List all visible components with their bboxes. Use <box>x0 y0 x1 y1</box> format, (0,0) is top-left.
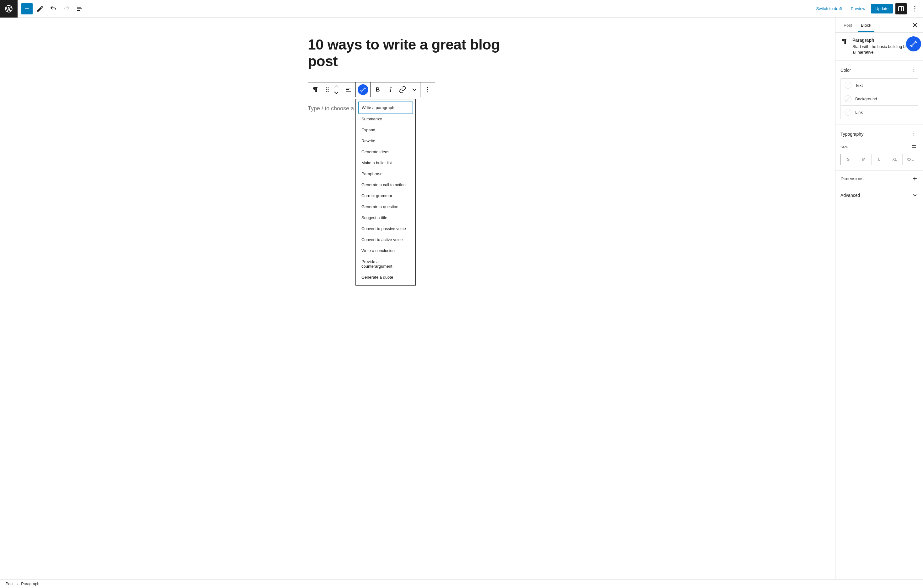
move-up-button[interactable] <box>333 84 340 90</box>
ai-menu-item[interactable]: Generate a quote <box>358 272 413 283</box>
color-swatch-empty <box>844 82 851 89</box>
ai-menu-item[interactable]: Make a bullet list <box>358 157 413 168</box>
bold-icon: B <box>376 87 380 93</box>
typography-section-title: Typography <box>841 132 863 137</box>
link-button[interactable] <box>396 82 409 97</box>
settings-sidebar: Post Block Paragraph Start with the basi… <box>835 18 923 579</box>
svg-point-31 <box>913 132 914 132</box>
svg-point-14 <box>326 91 327 92</box>
italic-icon: I <box>390 86 392 93</box>
svg-point-13 <box>328 89 329 90</box>
tab-block[interactable]: Block <box>858 18 874 31</box>
preview-button[interactable]: Preview <box>848 4 869 13</box>
ai-menu-item[interactable]: Convert to active voice <box>358 234 413 245</box>
drag-icon <box>324 86 331 93</box>
chevron-down-icon <box>334 91 339 94</box>
chevron-down-icon <box>411 86 418 93</box>
color-options-button[interactable] <box>910 66 918 75</box>
dimensions-title: Dimensions <box>841 176 863 181</box>
undo-button[interactable] <box>48 3 59 15</box>
tab-post[interactable]: Post <box>841 18 855 31</box>
color-row[interactable]: Link <box>841 106 918 119</box>
size-button[interactable]: M <box>856 154 872 165</box>
color-row[interactable]: Text <box>841 79 918 92</box>
close-sidebar-button[interactable] <box>909 20 920 31</box>
size-button[interactable]: L <box>872 154 887 165</box>
document-overview-button[interactable] <box>74 3 85 15</box>
size-button[interactable]: S <box>841 154 856 165</box>
advanced-panel[interactable]: Advanced <box>836 187 923 203</box>
settings-sidebar-toggle[interactable] <box>895 3 907 15</box>
breadcrumb-post[interactable]: Post <box>6 582 13 586</box>
wordpress-logo[interactable] <box>0 0 18 18</box>
ai-menu-item[interactable]: Expand <box>358 124 413 135</box>
ai-menu-item[interactable]: Generate ideas <box>358 146 413 157</box>
ai-menu-item[interactable]: Paraphrase <box>358 168 413 179</box>
block-toolbar: B I <box>308 82 435 97</box>
color-row-label: Text <box>855 83 863 88</box>
ai-menu-item[interactable]: Convert to passive voice <box>358 223 413 234</box>
move-down-button[interactable] <box>333 90 340 96</box>
sidebar-tabs: Post Block <box>836 18 923 33</box>
svg-point-20 <box>427 89 428 90</box>
typography-options-button[interactable] <box>910 129 918 139</box>
breadcrumb-paragraph[interactable]: Paragraph <box>21 582 39 586</box>
options-menu-button[interactable] <box>909 3 920 15</box>
ai-menu-item[interactable]: Write a paragraph <box>358 102 413 113</box>
ai-menu-item[interactable]: Summarize <box>358 113 413 124</box>
breadcrumb-footer: Post › Paragraph <box>0 579 923 588</box>
ai-menu-item[interactable]: Write a conclusion <box>358 245 413 256</box>
align-left-icon <box>345 86 352 93</box>
wordpress-icon <box>4 4 13 13</box>
svg-point-32 <box>913 133 914 134</box>
svg-point-24 <box>910 46 911 46</box>
add-block-button[interactable] <box>21 3 33 15</box>
more-rich-text-button[interactable] <box>409 82 420 97</box>
ai-menu-item[interactable]: Rewrite <box>358 135 413 146</box>
ai-menu-item[interactable]: Provide a counterargument <box>358 256 413 272</box>
editor-canvas[interactable]: 10 ways to write a great blog post 10 wa… <box>0 18 835 579</box>
link-icon <box>399 86 406 93</box>
chevron-right-icon: › <box>16 582 18 586</box>
switch-to-draft-button[interactable]: Switch to draft <box>813 4 845 13</box>
update-button[interactable]: Update <box>871 4 893 13</box>
block-type-button[interactable] <box>308 82 322 97</box>
plus-icon <box>912 175 918 182</box>
italic-button[interactable]: I <box>385 82 396 97</box>
align-button[interactable] <box>341 82 355 97</box>
svg-point-25 <box>912 46 912 47</box>
svg-point-22 <box>915 41 916 41</box>
undo-icon <box>49 5 57 13</box>
svg-point-28 <box>913 68 914 68</box>
redo-button[interactable] <box>61 3 72 15</box>
dimensions-panel[interactable]: Dimensions <box>836 170 923 187</box>
svg-point-21 <box>427 91 428 92</box>
size-button[interactable]: XXL <box>903 154 918 165</box>
paragraph-icon <box>841 38 848 45</box>
drag-handle[interactable] <box>322 82 332 97</box>
block-placeholder[interactable]: Type / to choose a bl <box>308 105 527 112</box>
magic-wand-icon <box>359 86 367 93</box>
move-buttons <box>332 84 341 96</box>
size-button[interactable]: XL <box>887 154 903 165</box>
ai-fab-button[interactable] <box>906 36 921 51</box>
ai-menu-item[interactable]: Generate a question <box>358 201 413 212</box>
edit-mode-button[interactable] <box>34 3 46 15</box>
ai-assistant-button[interactable] <box>356 82 370 97</box>
size-settings-button[interactable] <box>910 142 918 151</box>
size-label: SIZE <box>841 145 849 149</box>
advanced-title: Advanced <box>841 193 860 198</box>
ai-menu-item[interactable]: Generate a call to action <box>358 179 413 190</box>
ai-menu-item[interactable]: Suggest a title <box>358 212 413 223</box>
svg-point-30 <box>913 71 914 72</box>
svg-point-15 <box>328 91 329 92</box>
svg-point-11 <box>328 87 329 88</box>
svg-point-35 <box>913 145 913 146</box>
color-row-label: Background <box>855 97 877 101</box>
color-row[interactable]: Background <box>841 92 918 106</box>
bold-button[interactable]: B <box>371 82 385 97</box>
block-options-button[interactable] <box>420 82 435 97</box>
top-toolbar: Switch to draft Preview Update <box>0 0 923 18</box>
post-title[interactable]: 10 ways to write a great blog post <box>308 36 527 70</box>
ai-menu-item[interactable]: Correct grammar <box>358 190 413 201</box>
